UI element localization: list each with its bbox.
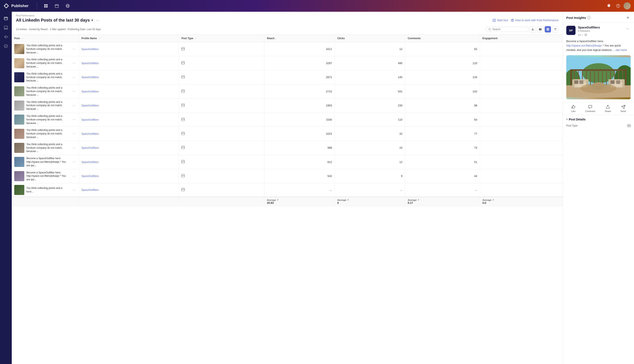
table-row[interactable]: You think collecting points and a furnit…	[12, 42, 563, 56]
table-row[interactable]: You think collecting points and a furnit…	[12, 56, 563, 70]
reach-cell-7: 1023	[264, 127, 335, 141]
table-row[interactable]: You think collecting points and a furnit…	[12, 98, 563, 112]
comment-action[interactable]: Comment	[585, 104, 595, 112]
reach-cell-3: 2871	[264, 70, 335, 84]
download-button[interactable]	[530, 26, 536, 32]
post-content-link[interactable]: http://space.out.fitters/ji4oaqo	[566, 44, 602, 47]
calendar-icon-btn[interactable]	[53, 2, 61, 10]
post-row-more-10[interactable]: ···	[72, 174, 76, 178]
post-row-more-5[interactable]: ···	[72, 104, 76, 108]
profile-link-11[interactable]: SpaceOutfitters	[82, 188, 99, 192]
search-input[interactable]	[492, 28, 526, 31]
comments-avg-arrow: ▼	[417, 199, 420, 201]
post-row-more-2[interactable]: ···	[72, 61, 76, 65]
post-cell-8: You think collecting points and a furnit…	[12, 141, 79, 155]
profile-link-7[interactable]: SpaceOutfitters	[82, 132, 99, 135]
panel-profile-more-button[interactable]: ···	[625, 26, 631, 32]
title-more-button[interactable]: ···	[95, 18, 100, 23]
post-type-icon-10	[181, 175, 185, 178]
globe-icon-btn[interactable]	[64, 2, 72, 10]
profile-cell-10: SpaceOutfitters	[79, 169, 179, 183]
post-col-options[interactable]: ···	[21, 37, 24, 40]
filter-button[interactable]	[552, 26, 558, 32]
how-to-link[interactable]: How to work with Post Performance	[511, 19, 558, 22]
send-action[interactable]: Send	[620, 104, 626, 112]
table-row[interactable]: You think collecting points and a furnit…	[12, 141, 563, 155]
post-row-more-9[interactable]: ···	[72, 160, 76, 164]
top-navigation: Publisher	[0, 0, 634, 12]
start-tour-button[interactable]: Start tour	[492, 19, 508, 22]
post-text-6: You think collecting points and a furnit…	[27, 114, 70, 125]
post-row-more-1[interactable]: ···	[72, 47, 76, 51]
profile-link-6[interactable]: SpaceOutfitters	[82, 118, 99, 121]
post-row-more-3[interactable]: ···	[72, 76, 76, 79]
engagement-cell-9	[480, 155, 563, 169]
reach-cell-1: 3411	[264, 42, 335, 56]
comments-cell-9: 51	[405, 155, 480, 169]
posts-icon-btn[interactable]	[42, 2, 50, 10]
post-row-more-11[interactable]: ···	[72, 188, 76, 192]
content-area: Post Performance All LinkedIn Posts of t…	[12, 12, 563, 364]
svg-rect-79	[579, 80, 583, 84]
profile-link-10[interactable]: SpaceOutfitters	[82, 175, 99, 178]
profile-link-5[interactable]: SpaceOutfitters	[82, 104, 99, 107]
profile-col-options[interactable]: ···	[99, 37, 101, 40]
post-row-more-6[interactable]: ···	[72, 118, 76, 122]
col-header-reach[interactable]: Reach ↓	[264, 35, 335, 42]
profile-link-4[interactable]: SpaceOutfitters	[82, 90, 99, 93]
settings-icon-btn[interactable]	[605, 2, 613, 10]
svg-rect-29	[547, 28, 549, 29]
title-dropdown-arrow[interactable]: ▾	[91, 18, 93, 22]
post-thumbnail-9	[14, 157, 24, 167]
avg-engagement-cell: Average ▼ 0.0	[480, 197, 563, 206]
clicks-cell-2: 490	[335, 56, 405, 70]
sidebar-check-icon	[4, 44, 8, 48]
post-details-title[interactable]: ▾ Post Details	[566, 118, 631, 121]
columns-icon	[539, 28, 542, 31]
profile-link-9[interactable]: SpaceOutfitters	[82, 161, 99, 164]
table-row[interactable]: You think collecting points and a furnit…	[12, 112, 563, 126]
post-cell-7: You think collecting points and a furnit…	[12, 127, 79, 141]
avg-comments-cell: Average ▼ 0.17	[405, 197, 480, 206]
panel-close-button[interactable]: ✕	[625, 15, 631, 20]
search-box[interactable]	[486, 27, 528, 32]
table-row[interactable]: You think collecting points and a furni.…	[12, 183, 563, 197]
sidebar-item-publish[interactable]	[2, 24, 10, 32]
profile-cell-6: SpaceOutfitters	[79, 112, 179, 126]
sidebar-item-megaphone[interactable]	[2, 33, 10, 41]
post-thumbnail-3	[14, 72, 24, 82]
app-logo[interactable]: Publisher	[3, 3, 29, 9]
see-more-button[interactable]: ... see more	[612, 48, 627, 52]
table-wrapper[interactable]: Post ··· Profile Name ···	[12, 35, 563, 364]
post-row-more-7[interactable]: ···	[72, 132, 76, 136]
post-type-icon-1	[181, 48, 185, 51]
table-row[interactable]: Become a SpaceOutfitter here: http://spa…	[12, 155, 563, 169]
post-thumbnail-11	[14, 185, 24, 195]
profile-link-3[interactable]: SpaceOutfitters	[82, 76, 99, 79]
panel-info-icon[interactable]: i	[587, 16, 591, 19]
share-action[interactable]: Share	[605, 104, 611, 112]
profile-link-8[interactable]: SpaceOutfitters	[82, 146, 99, 149]
svg-rect-28	[541, 28, 541, 30]
reach-cell-10: 542	[264, 169, 335, 183]
sidebar-item-calendar[interactable]	[2, 14, 10, 22]
table-row[interactable]: Become a SpaceOutfitter here: http://spa…	[12, 169, 563, 183]
sidebar-item-check[interactable]	[2, 42, 10, 50]
profile-link-2[interactable]: SpaceOutfitters	[82, 62, 99, 65]
send-label: Send	[620, 110, 626, 112]
columns-button[interactable]	[537, 26, 543, 32]
help-icon-btn[interactable]	[614, 2, 622, 10]
post-row-more-8[interactable]: ···	[72, 146, 76, 150]
table-view-button[interactable]	[545, 26, 551, 32]
table-row[interactable]: You think collecting points and a furnit…	[12, 127, 563, 141]
table-row[interactable]: You think collecting points and a furnit…	[12, 70, 563, 84]
like-action[interactable]: Like	[571, 104, 576, 112]
type-col-options[interactable]: ···	[195, 37, 197, 40]
reach-cell-2: 3287	[264, 56, 335, 70]
post-type-icon-7	[181, 132, 185, 136]
table-row[interactable]: You think collecting points and a furnit…	[12, 84, 563, 98]
avatar[interactable]	[623, 2, 631, 10]
post-type-icon-11	[181, 188, 185, 192]
profile-link-1[interactable]: SpaceOutfitters	[82, 48, 99, 51]
post-row-more-4[interactable]: ···	[72, 90, 76, 93]
